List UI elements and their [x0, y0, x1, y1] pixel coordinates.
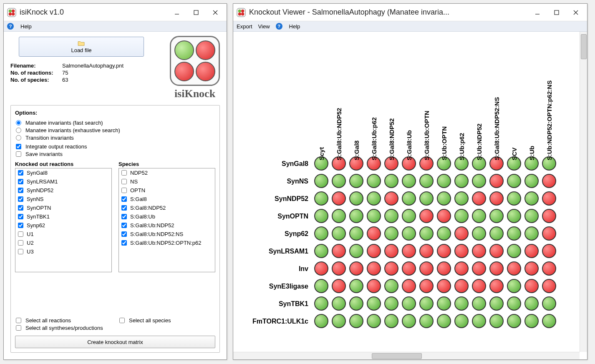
minimize-button[interactable] — [528, 5, 547, 20]
green-dot-icon — [507, 314, 521, 328]
matrix-cell — [418, 260, 435, 278]
red-dot-icon — [402, 244, 416, 258]
reaction-checkbox[interactable] — [18, 249, 23, 254]
matrix-cell — [365, 295, 383, 313]
matrix-cell — [313, 173, 330, 190]
red-dot-icon — [454, 261, 469, 276]
close-button[interactable] — [206, 5, 225, 20]
menu-export[interactable]: Export — [237, 23, 252, 30]
titlebar: isiKnock v1.0 — [4, 4, 227, 21]
species-checkbox[interactable] — [121, 170, 127, 176]
matrix-cell — [365, 260, 383, 278]
menu-help[interactable]: Help — [20, 23, 32, 30]
species-checkbox[interactable] — [121, 223, 127, 228]
reaction-checkbox[interactable] — [18, 170, 23, 176]
matrix-area[interactable]: ScytS:Gal8:Ub:NDP52S:Gal8S:Gal8:Ub:p62S:… — [233, 32, 587, 359]
green-dot-icon — [314, 174, 328, 188]
filename-label: Filename: — [10, 63, 59, 69]
reaction-item[interactable]: SynLRSAM1 — [15, 177, 111, 186]
green-dot-icon — [332, 209, 346, 223]
red-dot-icon — [542, 209, 556, 223]
species-item[interactable]: OPTN — [119, 186, 215, 195]
species-item[interactable]: S:Gal8 — [119, 195, 215, 203]
select-all-species-checkbox[interactable] — [119, 318, 125, 323]
red-dot-icon — [542, 174, 556, 188]
species-listbox[interactable]: NDP52NSOPTNS:Gal8S:Gal8:NDP52S:Gal8:UbS:… — [118, 168, 215, 272]
species-item[interactable]: S:Gal8:Ub — [119, 212, 215, 221]
reaction-checkbox[interactable] — [18, 179, 23, 184]
vertical-scrollbar[interactable] — [580, 32, 587, 352]
maximize-button[interactable] — [547, 5, 566, 20]
reaction-checkbox[interactable] — [18, 223, 23, 228]
species-item[interactable]: S:Gal8:Ub:NDP52:OPTN:p62 — [119, 238, 215, 247]
reaction-item[interactable]: U3 — [15, 247, 111, 256]
reaction-item[interactable]: SynGal8 — [15, 168, 111, 177]
reaction-checkbox[interactable] — [18, 188, 23, 193]
species-checkbox[interactable] — [121, 205, 127, 211]
species-checkbox[interactable] — [121, 240, 127, 246]
reaction-item[interactable]: U2 — [15, 238, 111, 247]
red-dot-icon — [472, 261, 486, 276]
red-dot-icon — [489, 191, 504, 206]
option-radio-0[interactable] — [16, 120, 21, 126]
matrix-cell — [435, 278, 453, 295]
option-check-0[interactable] — [16, 144, 21, 149]
species-item[interactable]: S:Gal8:Ub:NDP52:NS — [119, 230, 215, 238]
matrix-cell — [400, 208, 418, 225]
species-item[interactable]: S:Gal8:NDP52 — [119, 203, 215, 212]
red-dot-icon — [542, 244, 556, 258]
species-checkbox[interactable] — [121, 188, 127, 193]
minimize-button[interactable] — [167, 5, 187, 20]
select-all-synth-checkbox[interactable] — [16, 325, 21, 331]
matrix-cell — [313, 260, 330, 278]
option-radio-1[interactable] — [16, 128, 21, 133]
reactions-listbox[interactable]: SynGal8SynLRSAM1SynNDP52SynNSSynOPTNSynT… — [15, 168, 112, 272]
reaction-checkbox[interactable] — [18, 231, 23, 237]
species-item[interactable]: NS — [119, 177, 215, 186]
green-dot-icon — [507, 244, 521, 258]
load-file-label: Load file — [71, 47, 91, 53]
green-dot-icon — [367, 191, 381, 206]
reaction-checkbox[interactable] — [18, 214, 23, 219]
option-radio-2[interactable] — [16, 135, 21, 141]
red-dot-icon — [384, 191, 398, 206]
matrix-cell — [505, 190, 523, 208]
species-checkbox[interactable] — [121, 179, 127, 184]
green-dot-icon — [367, 314, 381, 328]
reaction-checkbox[interactable] — [18, 240, 23, 246]
svg-point-3 — [9, 13, 12, 15]
matrix-cell — [540, 295, 558, 313]
menu-help[interactable]: Help — [289, 23, 300, 30]
menu-view[interactable]: View — [258, 23, 270, 30]
horizontal-scrollbar[interactable] — [233, 352, 580, 359]
brand-text: isiKnock — [174, 88, 215, 100]
species-item[interactable]: NDP52 — [119, 168, 215, 177]
matrix-cell — [488, 313, 505, 330]
green-dot-icon — [542, 296, 556, 311]
reaction-item[interactable]: Synp62 — [15, 221, 111, 230]
reaction-item[interactable]: SynNDP52 — [15, 186, 111, 195]
species-item[interactable]: S:Gal8:Ub:NDP52 — [119, 221, 215, 230]
species-label: S:Gal8:NDP52 — [130, 205, 166, 211]
maximize-button[interactable] — [187, 5, 206, 20]
reaction-item[interactable]: SynTBK1 — [15, 212, 111, 221]
select-all-reactions-label: Select all reactions — [25, 317, 71, 324]
matrix-cell — [488, 243, 505, 260]
matrix-cell — [523, 208, 540, 225]
green-dot-icon — [507, 296, 521, 311]
reaction-checkbox[interactable] — [18, 205, 23, 211]
folder-open-icon — [78, 40, 85, 46]
option-check-1[interactable] — [16, 151, 21, 157]
create-matrix-button[interactable]: Create knockout matrix — [15, 336, 215, 348]
close-button[interactable] — [566, 5, 585, 20]
load-file-button[interactable]: Load file — [19, 37, 144, 57]
red-dot-icon — [332, 191, 346, 206]
reaction-item[interactable]: U1 — [15, 230, 111, 238]
reaction-item[interactable]: SynOPTN — [15, 203, 111, 212]
species-checkbox[interactable] — [121, 231, 127, 237]
select-all-reactions-checkbox[interactable] — [16, 318, 21, 323]
reaction-item[interactable]: SynNS — [15, 195, 111, 203]
species-checkbox[interactable] — [121, 214, 127, 219]
reaction-checkbox[interactable] — [18, 196, 23, 202]
species-checkbox[interactable] — [121, 196, 127, 202]
